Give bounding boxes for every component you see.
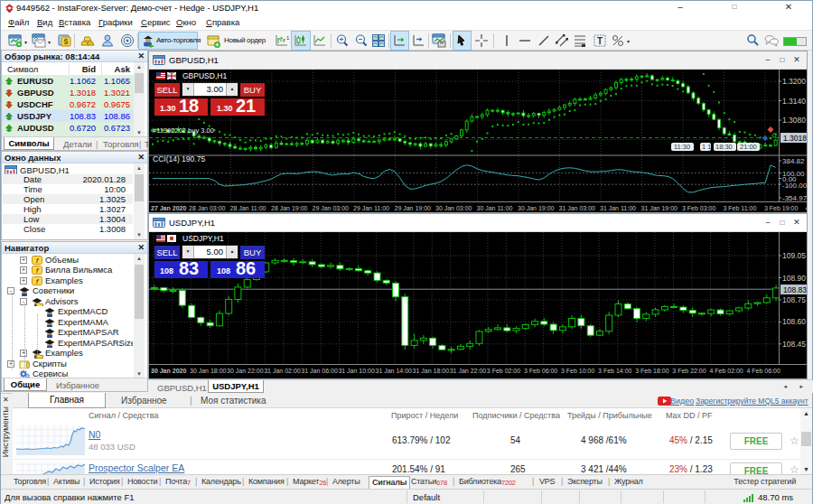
svg-text:30 Jan 18:00: 30 Jan 18:00 [190,368,227,374]
svg-text:CCI(14) 190.75: CCI(14) 190.75 [153,154,205,163]
svg-text:30 Jan 2020: 30 Jan 2020 [151,368,186,374]
svg-text:31 Jan 03:00: 31 Jan 03:00 [559,205,596,211]
svg-text:4 Feb 06:00: 4 Feb 06:00 [747,368,780,374]
svg-text:31 Jan 06:00: 31 Jan 06:00 [301,368,338,374]
svg-text:1.3018: 1.3018 [783,134,807,143]
svg-text:31 Jan 11:00: 31 Jan 11:00 [600,205,636,211]
svg-text:3 Feb 06:00: 3 Feb 06:00 [524,368,557,374]
svg-text:1.3080: 1.3080 [782,116,806,125]
svg-text:18:30: 18:30 [715,143,733,151]
svg-text:28 Jan 03:00: 28 Jan 03:00 [189,205,226,211]
svg-text:3 Feb 10:00: 3 Feb 10:00 [561,368,594,374]
svg-text:1.3140: 1.3140 [782,97,806,106]
svg-text:3 Feb 11:00: 3 Feb 11:00 [724,205,757,211]
svg-text:1: 1 [286,35,289,41]
svg-text:30 Jan 03:00: 30 Jan 03:00 [435,205,472,211]
svg-text:3 Feb 03:00: 3 Feb 03:00 [682,205,715,211]
svg-text:31 Jan 19:00: 31 Jan 19:00 [641,205,678,211]
svg-text:3 Feb 02:00: 3 Feb 02:00 [487,368,520,374]
svg-text:4 Feb 03:00: 4 Feb 03:00 [806,205,808,211]
svg-text:29 Jan 03:00: 29 Jan 03:00 [313,205,350,211]
svg-text:T: T [597,36,603,46]
svg-text:1.3200: 1.3200 [782,77,806,86]
svg-text:108.45: 108.45 [782,340,806,349]
svg-text:31 Jan 18:00: 31 Jan 18:00 [413,368,450,374]
svg-text:3 Feb 18:00: 3 Feb 18:00 [635,368,668,374]
svg-text:31 Jan 02:00: 31 Jan 02:00 [264,368,301,374]
svg-text:108.90: 108.90 [782,274,806,283]
svg-text:108.60: 108.60 [782,317,806,326]
svg-text:108.75: 108.75 [782,295,806,304]
svg-text:30 Jan 11:00: 30 Jan 11:00 [477,205,513,211]
svg-text:30 Jan 19:00: 30 Jan 19:00 [518,205,555,211]
svg-text:21:00: 21:00 [740,143,757,151]
svg-text:31 Jan 14:00: 31 Jan 14:00 [376,368,413,374]
svg-text:31 Jan 22:00: 31 Jan 22:00 [450,368,487,374]
svg-text:384.82: 384.82 [782,157,805,165]
svg-text:29 Jan 19:00: 29 Jan 19:00 [395,205,432,211]
svg-text:28 Jan 11:00: 28 Jan 11:00 [230,205,266,211]
svg-text:30 Jan 22:00: 30 Jan 22:00 [227,368,264,374]
svg-text:27 Jan 2020: 27 Jan 2020 [151,205,186,211]
svg-text:109.05: 109.05 [782,251,806,260]
svg-text:11:30: 11:30 [674,143,690,151]
svg-text:1 1: 1 1 [702,143,711,151]
svg-text:31 Jan 10:00: 31 Jan 10:00 [338,368,375,374]
svg-text:-100.00: -100.00 [782,182,807,190]
svg-text:-354.97: -354.97 [782,194,807,202]
svg-text:108.83: 108.83 [783,285,807,294]
svg-text:3 Feb 19:00: 3 Feb 19:00 [764,205,798,211]
svg-text:4 Feb 02:00: 4 Feb 02:00 [709,368,743,374]
svg-text:3 Feb 22:00: 3 Feb 22:00 [672,368,706,374]
svg-text:$: $ [63,37,68,46]
svg-text:3 Feb 14:00: 3 Feb 14:00 [598,368,631,374]
svg-text:29 Jan 11:00: 29 Jan 11:00 [353,205,389,211]
svg-text:28 Jan 19:00: 28 Jan 19:00 [271,205,308,211]
